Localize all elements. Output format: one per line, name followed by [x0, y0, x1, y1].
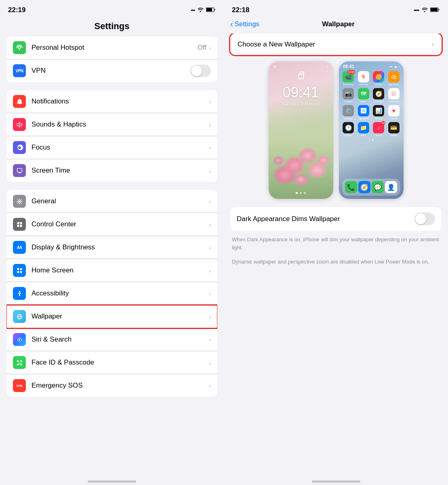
- dock-contacts[interactable]: 👤: [385, 181, 397, 193]
- sounds-haptics-item[interactable]: Sounds & Haptics ›: [6, 113, 217, 136]
- calendar-label: Calendar: [359, 83, 368, 86]
- notifications-label: Notifications: [32, 97, 209, 105]
- accessibility-item[interactable]: Accessibility ›: [6, 282, 217, 305]
- display-brightness-item[interactable]: AA Display & Brightness ›: [6, 236, 217, 259]
- camera-app[interactable]: 📷 Camera: [342, 88, 355, 103]
- vpn-toggle-thumb: [191, 65, 202, 76]
- wallpaper-item[interactable]: Wallpaper ›: [6, 305, 217, 328]
- wifi-icon: [197, 6, 204, 14]
- right-status-bar: 22:18 ▪▪▪▪: [224, 0, 448, 18]
- vpn-item[interactable]: VPN VPN: [6, 59, 217, 82]
- music-app[interactable]: ♪ 10 Music: [372, 122, 385, 137]
- lockscreen-preview[interactable]: ▪▪ ▪ 09:41 Tuesday, 9 January: [269, 61, 333, 199]
- general-settings-group: General › Control Center › AA Display & …: [6, 190, 217, 397]
- back-button[interactable]: ‹ Settings: [230, 19, 259, 29]
- home-screen-item[interactable]: Home Screen ›: [6, 259, 217, 282]
- sounds-haptics-icon: [13, 118, 26, 131]
- general-chevron: ›: [209, 198, 211, 205]
- vpn-toggle[interactable]: [190, 65, 211, 77]
- choose-wallpaper-button[interactable]: Choose a New Wallpaper ›: [230, 34, 442, 55]
- svg-rect-1: [206, 8, 212, 11]
- svg-rect-9: [17, 222, 19, 224]
- appstore-app[interactable]: 🅰 App Store: [357, 105, 370, 120]
- reminders-label: Reminders: [388, 100, 400, 103]
- wallet-app[interactable]: 💳 Wallet: [387, 122, 400, 137]
- music-icon: ♪ 10: [373, 122, 384, 133]
- compass-label: Compass: [374, 100, 384, 103]
- wallpaper-detail-panel: 22:18 ▪▪▪▪ ‹ Settings Wallpaper Choose a…: [224, 0, 448, 485]
- personal-hotspot-item[interactable]: Personal Hotspot Off ›: [6, 36, 217, 59]
- store-app[interactable]: 🛍 App Store: [387, 71, 400, 86]
- choose-wallpaper-label: Choose a New Wallpaper: [238, 40, 432, 48]
- svg-rect-29: [431, 8, 437, 11]
- siri-search-icon: [13, 333, 26, 346]
- face-id-item[interactable]: Face ID & Passcode ›: [6, 351, 217, 374]
- store-icon: 🛍: [388, 71, 400, 82]
- reminders-app[interactable]: ☑ Reminders: [387, 88, 400, 103]
- camera-icon: 📷: [343, 88, 354, 99]
- emergency-sos-item[interactable]: SOS Emergency SOS ›: [6, 374, 217, 397]
- activity-label: Activity: [375, 117, 383, 120]
- ls-dot-1: [296, 192, 298, 194]
- svg-rect-22: [17, 360, 18, 361]
- choose-wallpaper-chevron: ›: [432, 40, 434, 48]
- activity-app[interactable]: 📊 Activity: [372, 105, 385, 120]
- wallet-icon: 💳: [388, 122, 400, 133]
- dark-appearance-toggle[interactable]: [414, 213, 435, 225]
- hs-signal: ▪▪▪: [389, 65, 393, 68]
- settings-app-label: Settings: [344, 117, 353, 120]
- control-center-item[interactable]: Control Center ›: [6, 213, 217, 236]
- signal-icon: ▪▪▪: [191, 7, 195, 13]
- accessibility-icon: [13, 287, 26, 300]
- svg-rect-4: [17, 168, 22, 172]
- appstore-icon: 🅰: [358, 105, 369, 116]
- dock-messages[interactable]: 💬: [372, 181, 384, 193]
- svg-rect-12: [20, 225, 22, 227]
- ls-signal: ▪▪: [273, 65, 276, 69]
- general-item[interactable]: General ›: [6, 190, 217, 213]
- right-page-title: Wallpaper: [259, 20, 417, 28]
- emergency-sos-icon: SOS: [13, 379, 26, 392]
- ls-dot-3: [304, 192, 306, 194]
- dark-appearance-row: Dark Appearance Dims Wallpaper: [230, 207, 442, 231]
- hs-dot-1: [369, 139, 370, 141]
- homescreen-preview[interactable]: 09:41 ▪▪▪ ☁ ▪ 📹 5,510: [339, 61, 404, 199]
- photos-label: Photos: [375, 83, 383, 86]
- control-center-icon: [13, 218, 26, 231]
- vpn-label: VPN: [32, 67, 190, 75]
- clock-app[interactable]: 🕐 Clock: [342, 122, 355, 137]
- notifications-item[interactable]: Notifications ›: [6, 90, 217, 113]
- svg-rect-14: [20, 268, 22, 270]
- screen-time-chevron: ›: [209, 167, 211, 174]
- maps-app[interactable]: 🗺 Maps: [357, 88, 370, 103]
- dark-appearance-toggle-thumb: [415, 213, 426, 224]
- ls-lock-icon: [298, 74, 304, 79]
- left-status-icons: ▪▪▪: [191, 6, 216, 14]
- personal-hotspot-chevron: ›: [209, 44, 211, 51]
- calendar-app[interactable]: 5 Calendar: [357, 71, 370, 86]
- general-label: General: [32, 197, 209, 205]
- ls-battery: ▪: [327, 65, 328, 69]
- settings-app[interactable]: ⚙️ Settings: [342, 105, 355, 120]
- files-app[interactable]: 📁 Files: [357, 122, 370, 137]
- dark-appearance-label: Dark Appearance Dims Wallpaper: [237, 215, 414, 223]
- dock-phone[interactable]: 📞: [345, 181, 357, 193]
- svg-rect-24: [17, 364, 18, 365]
- compass-icon: 🧭: [373, 88, 384, 99]
- facetime-app[interactable]: 📹 5,510 FaceTime: [342, 71, 355, 86]
- ls-date: Tuesday, 9 January: [282, 102, 320, 107]
- siri-search-item[interactable]: Siri & Search ›: [6, 328, 217, 351]
- compass-app[interactable]: 🧭 Compass: [372, 88, 385, 103]
- dock-safari[interactable]: 🧭: [358, 181, 370, 193]
- photos-app[interactable]: 🌼 Photos: [372, 71, 385, 86]
- focus-item[interactable]: Focus ›: [6, 136, 217, 159]
- screen-time-item[interactable]: Screen Time ›: [6, 159, 217, 182]
- svg-rect-23: [21, 360, 22, 361]
- home-screen-label: Home Screen: [32, 266, 209, 274]
- activity-icon: 📊: [373, 105, 384, 116]
- right-home-indicator: [312, 481, 360, 483]
- right-signal-icon: ▪▪▪▪: [414, 7, 419, 13]
- health-app[interactable]: ♥ Health: [387, 105, 400, 120]
- svg-rect-11: [17, 225, 19, 227]
- right-nav-bar: ‹ Settings Wallpaper: [224, 18, 448, 34]
